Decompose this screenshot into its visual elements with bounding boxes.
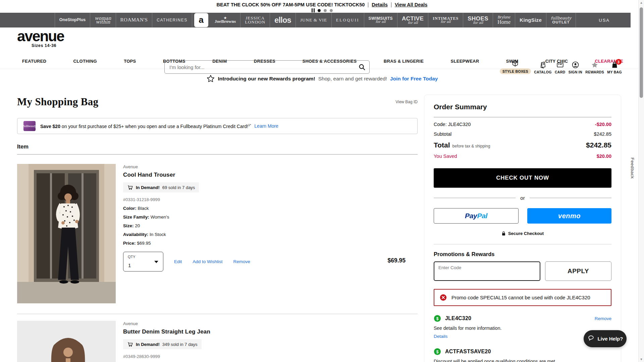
rewards-button[interactable]: REWARDS xyxy=(585,61,604,74)
nav-sleepwear[interactable]: SLEEPWEAR xyxy=(450,59,479,64)
remove-promo-link[interactable]: Remove xyxy=(595,316,611,321)
scroll-up-arrow[interactable]: ▲ xyxy=(639,1,644,4)
in-demand-label: In Demand! xyxy=(136,185,160,190)
panel-divider xyxy=(434,244,611,244)
brand-swimsuits-for-all[interactable]: SWIMSUITS for all xyxy=(364,13,398,27)
banner-separator xyxy=(368,2,368,7)
scroll-down-arrow[interactable]: ▼ xyxy=(639,358,644,361)
product-image-butter-denim-jean[interactable] xyxy=(17,321,116,362)
search-button[interactable] xyxy=(355,61,369,73)
brand-active-for-all[interactable]: ACTIVE for all xyxy=(397,13,428,27)
nav-clothing[interactable]: CLOTHING xyxy=(73,59,97,64)
catalog-button[interactable]: CATALOG xyxy=(534,61,551,74)
size-label: Size: xyxy=(123,223,134,228)
page-title: My Shopping Bag xyxy=(17,96,98,108)
brand-bar: OneStopPlus woman within ROAMAN'S CATHER… xyxy=(0,13,631,27)
view-bag-id-link[interactable]: View Bag ID xyxy=(395,100,418,104)
availability-value: In Stock xyxy=(150,232,166,237)
nav-bras-lingerie[interactable]: BRAS & LINGERIE xyxy=(384,59,424,64)
my-bag-button[interactable]: 3 MY BAG xyxy=(607,61,622,74)
remove-item-link[interactable]: Remove xyxy=(233,259,250,264)
promo-code-input[interactable] xyxy=(438,265,536,270)
account-icon xyxy=(572,61,579,69)
item-column-header: Item xyxy=(17,143,418,155)
rewards-label: REWARDS xyxy=(585,70,604,74)
region-selector[interactable]: USA xyxy=(599,13,610,27)
carousel-dot[interactable] xyxy=(330,9,333,12)
card-button[interactable]: CARD xyxy=(555,61,566,74)
you-saved-label: You Saved xyxy=(434,154,457,159)
page-scrollbar[interactable]: ▲ ▼ xyxy=(638,0,644,362)
avenue-tab-label: a xyxy=(194,13,208,27)
product-photo-illustration xyxy=(17,321,116,362)
rewards-subtext: Shop, earn and get rewarded! xyxy=(318,76,387,82)
brand-catherines[interactable]: CATHERINES xyxy=(152,13,192,27)
venmo-button[interactable]: venmo xyxy=(527,208,611,224)
promo-code-row-label: Code: JLE4C320 xyxy=(434,122,471,127)
product-image-cool-hand-trouser[interactable] xyxy=(17,164,116,303)
style-boxes-label: STYLE BOXES xyxy=(500,68,531,74)
applied-code-description: See details for more information. xyxy=(434,325,611,331)
brand-label: Brylane xyxy=(498,15,511,19)
add-to-wishlist-link[interactable]: Add to Wishlist xyxy=(193,259,222,264)
learn-more-link[interactable]: Learn More xyxy=(254,123,278,129)
join-rewards-link[interactable]: Join for Free Today xyxy=(390,76,438,82)
promo-details-link[interactable]: Details xyxy=(434,334,447,339)
brand-onestopplus[interactable]: OneStopPlus xyxy=(55,13,90,27)
price-value: $69.95 xyxy=(137,241,151,246)
brand-label: for all xyxy=(408,21,418,25)
brand-woman-within[interactable]: woman within xyxy=(90,13,116,27)
brand-brylane-home[interactable]: Brylane Home xyxy=(493,13,515,27)
style-boxes-button[interactable]: STYLE BOXES xyxy=(500,60,531,74)
sign-in-button[interactable]: SIGN IN xyxy=(569,61,582,74)
search-input[interactable] xyxy=(165,64,355,70)
quantity-select[interactable]: QTY 1 xyxy=(123,252,163,272)
shopping-bag-section: My Shopping Bag View Bag ID fullbeauty S… xyxy=(17,96,418,362)
product-photo-illustration xyxy=(17,164,116,303)
credit-card-promo-text: Save $20 on your first purchase of $25+ … xyxy=(40,123,278,129)
carousel-dot[interactable] xyxy=(324,9,327,12)
brand-label: OUTLET xyxy=(552,20,570,24)
applied-code-name: JLE4C320 xyxy=(445,315,471,321)
brand-roamans[interactable]: ROAMAN'S xyxy=(116,13,153,27)
banner-carousel-controls xyxy=(0,8,644,12)
total-label: Total xyxy=(434,141,450,149)
size-value: 20 xyxy=(135,223,140,228)
cart-icon xyxy=(127,341,133,347)
availability-label: Availability: xyxy=(123,232,148,237)
brand-kingsize[interactable]: KingSize xyxy=(515,13,546,27)
paypal-button[interactable]: PayPal xyxy=(434,208,519,224)
promotions-title: Promotions & Rewards xyxy=(434,251,611,257)
nav-featured[interactable]: FEATURED xyxy=(22,59,46,64)
secure-checkout-label: Secure Checkout xyxy=(508,231,544,236)
item-title: Butter Denim Straight Leg Jean xyxy=(123,328,210,335)
item-sku: #0349-28630-9999 xyxy=(123,354,210,359)
brand-joe-browns[interactable]: ★ JoeBrowns xyxy=(210,13,241,27)
checkout-button[interactable]: CHECK OUT NOW xyxy=(434,168,611,188)
edit-item-link[interactable]: Edit xyxy=(174,259,182,264)
brand-fullbeauty-outlet[interactable]: fullbeauty OUTLET xyxy=(546,13,576,27)
avenue-logo[interactable]: avenue Sizes 14-36 xyxy=(17,29,71,48)
or-label: or xyxy=(520,195,525,201)
cart-icon xyxy=(127,184,133,190)
brand-june-and-vie[interactable]: JUNE & VIE xyxy=(296,13,332,27)
deal-details-link[interactable]: Details xyxy=(372,2,388,7)
brand-avenue-active-tab[interactable]: a xyxy=(192,13,210,27)
brand-intimates-for-all[interactable]: INTIMATES for all xyxy=(428,13,463,27)
apply-promo-button[interactable]: APPLY xyxy=(545,261,611,281)
live-help-button[interactable]: Live Help? xyxy=(584,330,627,347)
brand-label: for all xyxy=(376,20,386,24)
item-brand: Avenue xyxy=(123,321,210,326)
carousel-dot[interactable] xyxy=(318,9,321,12)
pause-icon[interactable] xyxy=(312,8,315,12)
brand-eloquii[interactable]: ELOQUII xyxy=(332,13,364,27)
brand-ellos[interactable]: ellos xyxy=(270,13,296,27)
deal-message: BEAT THE CLOCK 50% OFF 7AM-5PM USE CODE!… xyxy=(217,2,365,7)
brand-jessica-london[interactable]: JESSICA LONDON xyxy=(240,13,270,27)
feedback-tab[interactable]: Feedback xyxy=(630,158,635,179)
card-label: CARD xyxy=(555,70,566,74)
scrollbar-thumb[interactable] xyxy=(640,7,643,98)
nav-tops[interactable]: TOPS xyxy=(124,59,136,64)
brand-shoes-for-all[interactable]: SHOES for all xyxy=(463,13,493,27)
view-all-deals-link[interactable]: View All Deals xyxy=(395,2,428,7)
